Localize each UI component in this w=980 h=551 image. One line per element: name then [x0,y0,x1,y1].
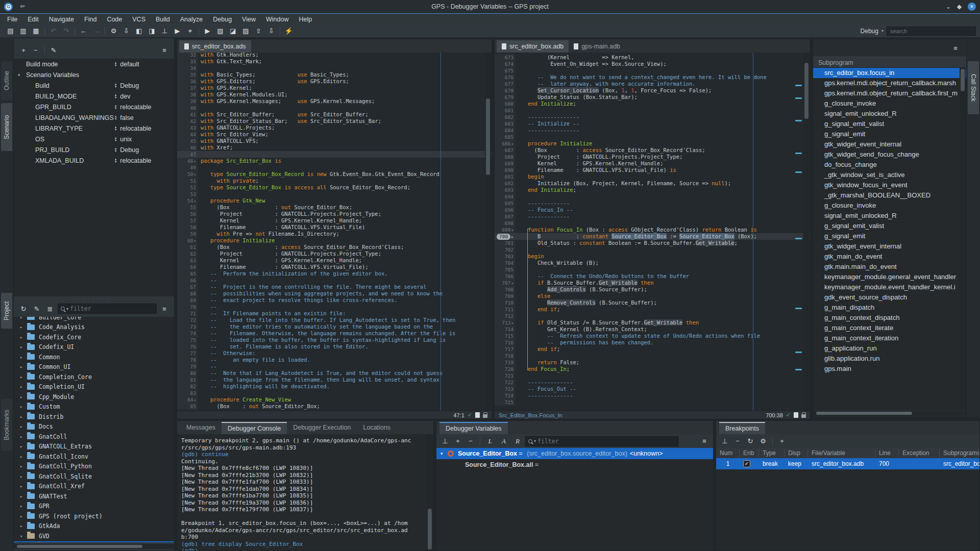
tree-item-gpr[interactable]: ▸GPR [14,502,174,512]
debug-mode-selector[interactable]: Debug [861,28,878,35]
value-spinner[interactable]: ▴▾ [115,147,116,152]
tree-item-common_ui[interactable]: ▸Common_UI [14,362,174,372]
tree-item-gps-root-project-[interactable]: ▸GPS (root project) [14,511,174,521]
expander-icon[interactable]: ▾ [440,451,448,456]
callstack-item[interactable]: _gtk_window_set_is_active [813,170,966,180]
column-header-line[interactable]: Line [875,449,899,457]
project-edit-button[interactable]: ✎ [31,304,42,314]
variable-row[interactable]: Source_Editor_Box.all = [436,459,713,470]
close-button[interactable]: ✕ [968,3,976,11]
expander-icon[interactable]: ▸ [20,374,26,380]
value-spinner[interactable]: ▴▾ [115,115,116,120]
expander-icon[interactable]: ▸ [20,464,26,469]
project-list-view-button[interactable]: ≣ [44,304,56,314]
variable-value[interactable]: relocatable [120,157,151,164]
menu-window[interactable]: Window [261,15,293,24]
callstack-item[interactable]: src_editor_box.focus_in [813,68,966,78]
fold-icon[interactable]: ▾ [193,398,196,403]
tab-debugger-variables[interactable]: Debugger Variables [439,422,508,434]
callstack-item[interactable]: g_signal_emit [813,129,966,139]
code-area[interactable]: 673 (Kernel => Kernel,674 Event_On_Widge… [495,53,810,411]
panel-splitter-handle[interactable]: · · · · · · · [14,296,174,300]
tree-item-gnatcoll_iconv[interactable]: ▸GnatColl_Iconv [14,452,174,462]
breakpoints-add-button[interactable]: + [776,436,788,446]
new-file-button[interactable]: ▤ [4,26,17,37]
chevron-down-icon[interactable]: ▾ [66,307,68,311]
scenario-row[interactable]: OS▴▾unix [14,134,174,144]
value-spinner[interactable]: ▴▾ [115,94,116,98]
fold-icon[interactable]: ▾ [193,172,196,177]
breakpoints-reload-button[interactable]: ↻ [745,436,756,446]
callstack-item[interactable]: gtk.main.main_do_event [813,262,966,272]
editor-left-scrollbar[interactable] [485,53,491,411]
fold-icon[interactable]: ▾ [511,228,513,233]
callstack-item[interactable]: gps.kernel.mdi.object_return_callback.ma… [813,78,966,88]
variable-value[interactable]: relocatable [120,125,151,132]
menu-file[interactable]: File [2,15,22,24]
expander-icon[interactable]: ▸ [20,364,26,369]
scenario-row[interactable]: ▾Scenario Variables [14,69,174,80]
callstack-item[interactable]: gtk_widget_event_internal [813,139,966,149]
value-spinner[interactable]: ▴▾ [115,62,116,66]
tree-item-gvd[interactable]: ▾GVD [14,531,174,541]
expander-icon[interactable]: ▸ [20,474,26,479]
variables-clean-button[interactable]: ⊥ [439,436,451,446]
clean-button[interactable]: ⊥ [158,26,171,37]
value-spinner[interactable]: ▴▾ [115,158,116,163]
tree-item-common[interactable]: ▸Common [14,352,174,362]
callstack-item[interactable]: signal_emit_unlocked_R [813,109,966,119]
code-area[interactable]: 32with Gtk.Handlers;33with Gtk.Text_Mark… [177,53,492,411]
breakpoints-remove-button[interactable]: − [732,436,743,446]
tree-item-gnatcoll_sqlite[interactable]: ▸GnatColl_Sqlite [14,471,174,482]
sidebar-tab-bookmarks[interactable]: Bookmarks [1,399,12,451]
go-back-button[interactable]: ← [77,26,90,37]
scenario-row[interactable]: BUILD_MODE▴▾dev [14,91,174,102]
breakpoints-clean-button[interactable]: ⊥ [719,436,730,446]
current-subprogram[interactable]: Src_Editor_Box.Focus_In [499,412,562,418]
callstack-item[interactable]: g_main_context_dispatch [813,313,966,323]
scenario-row[interactable]: Build mode▴▾default [14,59,174,69]
variable-value[interactable]: unix [120,136,132,143]
debug-button[interactable]: ⌖ [184,26,197,37]
column-header-subprograms[interactable]: Subprograms [940,449,979,457]
menu-debug[interactable]: Debug [208,15,237,24]
column-header-enb[interactable]: Enb [740,449,759,457]
editor-left[interactable]: src_editor_box.ads 32with Gtk.Handlers;3… [177,39,492,419]
file-state-icon[interactable] [794,412,798,418]
value-spinner[interactable]: ▴▾ [115,105,116,109]
tab-src_editor_box-adb[interactable]: src_editor_box.adb [497,40,569,53]
variables-latch-local-button[interactable]: L [484,437,496,445]
project-filter-input[interactable]: ▾filter [58,304,157,314]
callstack-item[interactable]: g_main_context_iteration [813,333,966,343]
variable-value[interactable]: Debug [120,146,139,154]
sidebar-tab-project[interactable]: Project [1,293,12,329]
value-spinner[interactable]: ▴▾ [115,83,116,88]
expander-icon[interactable]: ▸ [20,384,26,389]
tree-item-codefix_ui[interactable]: ▸Codefix_UI [14,342,174,353]
fold-icon[interactable]: ▾ [193,239,196,243]
callstack-item[interactable]: g_signal_emit_valist [813,221,966,231]
column-header-type[interactable]: Type [759,449,785,457]
tree-item-completion_ui[interactable]: ▸Completion_UI [14,382,174,392]
breakpoint-row[interactable]: 1✓breakkeepsrc_editor_box.adb700src_edit… [716,458,979,469]
callstack-item[interactable]: do_focus_change [813,160,966,170]
scenario-row[interactable]: XMLADA_BUILD▴▾relocatable [14,155,174,166]
column-header-num[interactable]: Num [716,449,740,457]
callstack-item[interactable]: g_main_dispatch [813,303,966,313]
next-line-button[interactable]: ▧ [214,26,227,37]
variables-remove-button[interactable]: − [465,436,476,446]
scenario-row[interactable]: PRJ_BUILD▴▾Debug [14,144,174,155]
scenario-row[interactable]: LIBADALANG_WARNINGS▴▾false [14,112,174,123]
undo-button[interactable]: ↶ [47,26,60,37]
fold-icon[interactable]: ▾ [193,199,196,204]
variables-latch-reg-button[interactable]: R [511,437,524,445]
expander-icon[interactable]: ▸ [20,514,26,519]
expander-icon[interactable]: ▾ [18,72,20,78]
maximize-button[interactable]: ◆ [957,4,962,10]
go-forward-button[interactable]: → [90,26,103,37]
tab-locations[interactable]: Locations [357,422,397,434]
sidebar-tab-outline[interactable]: Outline [1,61,12,100]
frame-up-button[interactable]: ⇧ [252,26,265,37]
callstack-item[interactable]: keymanager_module.event_handler_kernel.i [813,282,966,292]
callstack-item[interactable]: signal_emit_unlocked_R [813,211,966,221]
